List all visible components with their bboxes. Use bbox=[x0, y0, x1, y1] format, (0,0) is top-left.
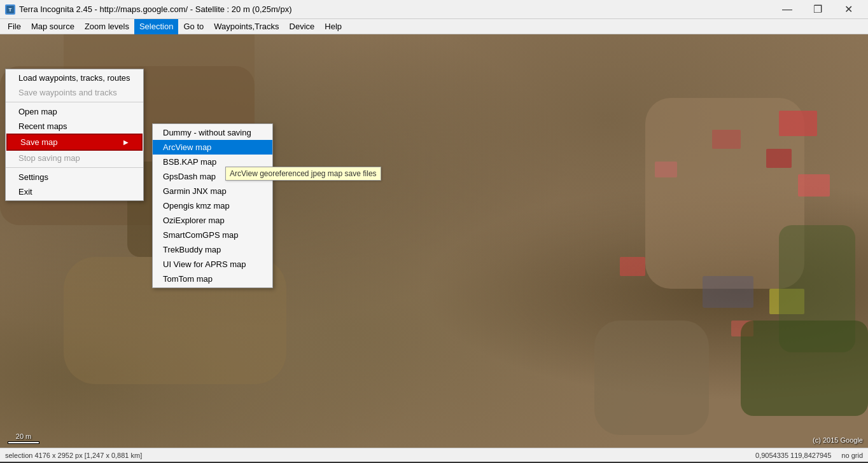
copyright-notice: (c) 2015 Google bbox=[813, 436, 863, 444]
scale-line bbox=[8, 441, 39, 444]
menu-settings[interactable]: Settings bbox=[6, 170, 143, 184]
submenu-tomtom[interactable]: TomTom map bbox=[153, 272, 272, 286]
svg-text:T: T bbox=[9, 7, 12, 13]
separator-2 bbox=[6, 167, 143, 168]
scale-label: 20 m bbox=[16, 432, 31, 440]
app-icon: T bbox=[5, 4, 15, 15]
menu-exit[interactable]: Exit bbox=[6, 184, 143, 199]
submenu-smartcomgps[interactable]: SmartComGPS map bbox=[153, 228, 272, 242]
status-right: 0,9054335 119,8427945 no grid bbox=[755, 452, 863, 459]
window-controls: — ❐ ✕ bbox=[773, 0, 863, 19]
menu-load-waypoints[interactable]: Load waypoints, tracks, routes bbox=[6, 71, 143, 85]
maximize-button[interactable]: ❐ bbox=[803, 0, 832, 19]
menu-map-source[interactable]: Map source bbox=[26, 19, 80, 34]
menu-waypoints-tracks[interactable]: Waypoints,Tracks bbox=[209, 19, 284, 34]
status-bar: selection 4176 x 2952 px [1,247 x 0,881 … bbox=[0, 448, 868, 462]
menu-file[interactable]: File bbox=[3, 19, 26, 34]
submenu-arrow-icon: ▶ bbox=[123, 139, 129, 146]
status-coords: 0,9054335 119,8427945 bbox=[755, 452, 831, 459]
menu-device[interactable]: Device bbox=[284, 19, 320, 34]
submenu-arcview[interactable]: ArcView map bbox=[153, 140, 272, 155]
menu-stop-saving: Stop saving map bbox=[6, 151, 143, 165]
submenu-trekbuddy[interactable]: TrekBuddy map bbox=[153, 242, 272, 257]
separator-1 bbox=[6, 102, 143, 102]
status-selection-info: selection 4176 x 2952 px [1,247 x 0,881 … bbox=[5, 452, 755, 459]
menu-recent-maps[interactable]: Recent maps bbox=[6, 119, 143, 134]
window-title: Terra Incognita 2.45 - http://maps.googl… bbox=[19, 4, 291, 14]
menu-go-to[interactable]: Go to bbox=[178, 19, 209, 34]
menu-zoom-levels[interactable]: Zoom levels bbox=[80, 19, 134, 34]
submenu-oziexplorer[interactable]: OziExplorer map bbox=[153, 213, 272, 228]
menu-help[interactable]: Help bbox=[319, 19, 347, 34]
status-grid: no grid bbox=[841, 452, 863, 459]
submenu-opengis-kmz[interactable]: Opengis kmz map bbox=[153, 198, 272, 213]
menu-open-map[interactable]: Open map bbox=[6, 104, 143, 119]
menu-save-waypoints: Save waypoints and tracks bbox=[6, 85, 143, 100]
submenu-dummy[interactable]: Dummy - without saving bbox=[153, 125, 272, 140]
submenu-ui-view-aprs[interactable]: UI View for APRS map bbox=[153, 257, 272, 272]
arcview-tooltip: ArcView georeferenced jpeg map save file… bbox=[225, 167, 381, 181]
map-area: 20 m (c) 2015 Google Load waypoints, tra… bbox=[0, 34, 868, 462]
submenu-garmin-jnx[interactable]: Garmin JNX map bbox=[153, 184, 272, 198]
title-bar-left: T Terra Incognita 2.45 - http://maps.goo… bbox=[5, 4, 291, 15]
close-button[interactable]: ✕ bbox=[834, 0, 863, 19]
title-bar: T Terra Incognita 2.45 - http://maps.goo… bbox=[0, 0, 868, 19]
menu-selection[interactable]: Selection bbox=[134, 19, 178, 34]
save-map-submenu: Dummy - without saving ArcView map BSB.K… bbox=[152, 123, 273, 288]
scale-bar: 20 m bbox=[8, 432, 39, 444]
menu-bar: File Map source Zoom levels Selection Go… bbox=[0, 19, 868, 34]
menu-save-map[interactable]: Save map ▶ bbox=[6, 134, 143, 151]
minimize-button[interactable]: — bbox=[773, 0, 802, 19]
file-menu: Load waypoints, tracks, routes Save wayp… bbox=[5, 69, 144, 201]
